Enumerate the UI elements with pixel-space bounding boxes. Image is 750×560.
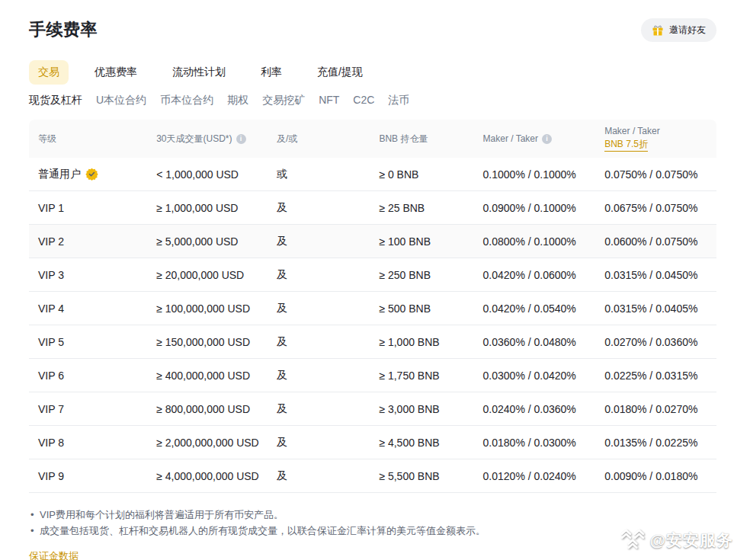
page-title: 手续费率 [29, 18, 98, 41]
maker-taker-value: 0.0180% / 0.0300% [474, 437, 596, 449]
sub-tab[interactable]: 币本位合约 [160, 94, 213, 107]
maker-taker-value: 0.0420% / 0.0540% [474, 302, 596, 315]
main-tabs: 交易优惠费率流动性计划利率充值/提现 [29, 60, 716, 85]
volume-value: ≥ 400,000,000 USD [147, 370, 268, 382]
info-icon[interactable] [236, 134, 246, 144]
level-cell: 普通用户 [29, 168, 147, 181]
maker-taker-bnb-value: 0.0750% / 0.0750% [595, 168, 716, 181]
volume-value: ≥ 100,000,000 USD [147, 302, 268, 315]
fee-table-header: 等级 30天成交量(USD*) 及/或 BNB 持仓量 Maker / Take… [29, 120, 716, 158]
level-label: VIP 8 [38, 437, 64, 449]
and-or-value: 及 [268, 302, 370, 315]
volume-value: ≥ 800,000,000 USD [147, 403, 268, 415]
volume-value: ≥ 5,000,000 USD [147, 235, 268, 248]
and-or-value: 及 [268, 402, 370, 416]
level-cell: VIP 1 [29, 202, 147, 214]
bnb-holding-value: ≥ 25 BNB [370, 202, 473, 214]
verified-badge-icon [85, 168, 98, 181]
fee-rate-page: 手续费率 邀请好友 交易优惠费率流动性计划利率充值/提现 现货及杠杆 U本位合约… [0, 0, 750, 560]
bnb-discount-link[interactable]: BNB 7.5折 [604, 138, 648, 152]
margin-data-link[interactable]: 保证金数据 [29, 549, 79, 560]
maker-taker-bnb-value: 0.0270% / 0.0360% [595, 336, 716, 348]
main-tab[interactable]: 流动性计划 [163, 60, 235, 85]
chevron-diamonds-logo-icon [620, 528, 646, 552]
level-cell: VIP 8 [29, 437, 147, 449]
main-tab[interactable]: 交易 [29, 60, 69, 85]
level-label: VIP 1 [38, 202, 64, 214]
page-header: 手续费率 邀请好友 [29, 18, 716, 42]
table-row: VIP 7 ≥ 800,000,000 USD 及 ≥ 3,000 BNB 0.… [29, 392, 716, 426]
maker-taker-value: 0.0420% / 0.0600% [474, 269, 596, 281]
invite-friends-button[interactable]: 邀请好友 [641, 18, 716, 42]
watermark-text: @安安服务 [650, 530, 733, 551]
and-or-value: 及 [268, 268, 370, 282]
main-tab[interactable]: 充值/提现 [308, 60, 372, 85]
level-label: VIP 6 [38, 370, 64, 382]
level-label: VIP 7 [38, 403, 64, 415]
bnb-holding-value: ≥ 500 BNB [370, 302, 473, 315]
sub-tab[interactable]: 期权 [227, 94, 248, 107]
table-row: VIP 9 ≥ 4,000,000,000 USD 及 ≥ 5,500 BNB … [29, 459, 716, 493]
level-label: VIP 5 [38, 336, 64, 348]
volume-value: ≥ 1,000,000 USD [147, 202, 268, 214]
watermark: @安安服务 [620, 528, 733, 552]
table-row: VIP 5 ≥ 150,000,000 USD 及 ≥ 1,000 BNB 0.… [29, 325, 716, 359]
table-row: VIP 4 ≥ 100,000,000 USD 及 ≥ 500 BNB 0.04… [29, 292, 716, 325]
level-cell: VIP 6 [29, 370, 147, 382]
and-or-value: 或 [268, 168, 370, 181]
maker-taker-value: 0.0120% / 0.0240% [474, 470, 596, 482]
sub-tab-label: 币本位合约 [160, 94, 213, 106]
maker-taker-value: 0.0240% / 0.0360% [474, 403, 596, 415]
volume-value: ≥ 150,000,000 USD [147, 336, 268, 348]
sub-tabs: 现货及杠杆 U本位合约 币本位合约 期权 交易挖矿 NFT C2C 法币 [29, 94, 716, 107]
bnb-holding-value: ≥ 3,000 BNB [370, 403, 473, 415]
table-row: 普通用户 < 1,000,000 USD 或 ≥ 0 BNB 0.1000% /… [29, 158, 716, 191]
table-row: VIP 1 ≥ 1,000,000 USD 及 ≥ 25 BNB 0.0900%… [29, 191, 716, 225]
col-header-and-or: 及/或 [268, 133, 370, 146]
maker-taker-bnb-value: 0.0180% / 0.0270% [595, 403, 716, 415]
volume-value: ≥ 2,000,000,000 USD [147, 437, 268, 449]
level-cell: VIP 4 [29, 302, 147, 315]
fee-table: 等级 30天成交量(USD*) 及/或 BNB 持仓量 Maker / Take… [29, 120, 716, 493]
maker-taker-bnb-value: 0.0315% / 0.0450% [595, 269, 716, 281]
col-header-maker-taker-bnb: Maker / Taker BNB 7.5折 [595, 126, 716, 152]
level-cell: VIP 2 [29, 235, 147, 248]
sub-tab[interactable]: 现货及杠杆 [29, 94, 82, 107]
bnb-holding-value: ≥ 1,000 BNB [370, 336, 473, 348]
level-cell: VIP 7 [29, 403, 147, 415]
maker-taker-bnb-value: 0.0315% / 0.0405% [595, 302, 716, 315]
level-label: VIP 4 [38, 302, 64, 315]
maker-taker-value: 0.0900% / 0.1000% [474, 202, 596, 214]
sub-tab-label: 期权 [227, 94, 248, 106]
level-label: VIP 2 [38, 235, 64, 248]
and-or-value: 及 [268, 201, 370, 215]
maker-taker-bnb-value: 0.0135% / 0.0225% [595, 437, 716, 449]
bnb-holding-value: ≥ 4,500 BNB [370, 437, 473, 449]
and-or-value: 及 [268, 436, 370, 450]
fee-table-body: 普通用户 < 1,000,000 USD 或 ≥ 0 BNB 0.1000% /… [29, 158, 716, 493]
sub-tab[interactable]: NFT [319, 94, 339, 106]
maker-taker-value: 0.0800% / 0.1000% [474, 235, 596, 248]
sub-tab[interactable]: 交易挖矿 [262, 94, 305, 107]
col-header-bnb-balance: BNB 持仓量 [370, 133, 473, 146]
table-row: VIP 6 ≥ 400,000,000 USD 及 ≥ 1,750 BNB 0.… [29, 359, 716, 392]
bnb-holding-value: ≥ 100 BNB [370, 235, 473, 248]
info-icon[interactable] [542, 134, 552, 144]
maker-taker-value: 0.1000% / 0.1000% [474, 168, 596, 181]
maker-taker-value: 0.0300% / 0.0420% [474, 370, 596, 382]
and-or-value: 及 [268, 469, 370, 483]
and-or-value: 及 [268, 369, 370, 382]
sub-tab-label: 法币 [388, 94, 409, 106]
maker-taker-value: 0.0360% / 0.0480% [474, 336, 596, 348]
bnb-holding-value: ≥ 250 BNB [370, 269, 473, 281]
col-header-volume: 30天成交量(USD*) [147, 133, 268, 146]
sub-tab[interactable]: C2C [353, 94, 374, 106]
sub-tab[interactable]: 法币 [388, 94, 409, 107]
sub-tab[interactable]: U本位合约 [96, 94, 146, 107]
level-label: 普通用户 [38, 168, 81, 181]
level-label: VIP 3 [38, 269, 64, 281]
main-tab[interactable]: 利率 [252, 60, 291, 85]
main-tab[interactable]: 优惠费率 [85, 60, 146, 85]
maker-taker-bnb-value: 0.0600% / 0.0750% [595, 235, 716, 248]
bnb-holding-value: ≥ 5,500 BNB [370, 470, 473, 482]
